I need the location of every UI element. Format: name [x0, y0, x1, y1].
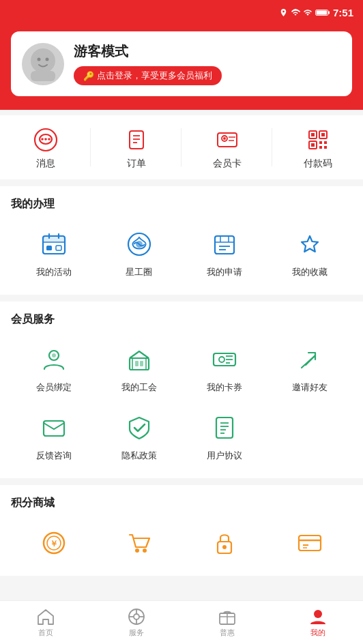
my-business-title: 我的办理: [11, 197, 352, 211]
invite-icon: [296, 346, 323, 373]
quick-menu: 消息 订单 会员卡: [0, 110, 363, 179]
lock-icon: [211, 529, 238, 557]
nav-benefits-label: 普惠: [220, 628, 235, 638]
mine-nav-icon: [309, 608, 327, 626]
my-apply-item[interactable]: 我的申请: [182, 222, 267, 284]
profile-card: 游客模式 🔑 点击登录，享受更多会员福利: [11, 31, 352, 96]
member-services-title: 会员服务: [11, 312, 352, 327]
nav-service[interactable]: 服务: [91, 601, 182, 644]
svg-point-79: [134, 614, 139, 619]
svg-rect-74: [299, 536, 321, 551]
points-mall-title: 积分商城: [11, 496, 352, 510]
privacy-label: 隐私政策: [121, 450, 157, 462]
service-nav-icon: [128, 608, 145, 626]
member-services-grid: 会员绑定 我的工会: [11, 338, 352, 467]
quick-label-order: 订单: [127, 158, 146, 170]
my-business-grid: 我的活动 星工圈: [11, 222, 352, 284]
coupon-label: 我的卡券: [207, 381, 242, 394]
card2-icon: [296, 529, 323, 557]
nav-home[interactable]: 首页: [0, 601, 91, 644]
coin-icon: ￥: [40, 529, 68, 557]
svg-rect-26: [311, 143, 315, 147]
svg-rect-32: [43, 236, 65, 242]
svg-rect-12: [130, 131, 143, 149]
points-mall-grid: ￥: [11, 521, 352, 565]
svg-point-71: [143, 548, 147, 553]
svg-rect-6: [31, 71, 55, 81]
my-activity-item[interactable]: 我的活动: [11, 222, 96, 284]
avatar: [22, 43, 64, 85]
feedback-item[interactable]: 反馈咨询: [11, 406, 96, 467]
svg-rect-40: [215, 236, 234, 254]
quick-item-pay-code[interactable]: 付款码: [272, 115, 363, 179]
apply-icon: [211, 231, 238, 258]
agreement-label: 用户协议: [207, 450, 242, 462]
privacy-icon: [126, 414, 153, 441]
signal-icon: [303, 8, 313, 17]
pay-code-icon: [306, 128, 330, 152]
privacy-item[interactable]: 隐私政策: [96, 406, 182, 467]
svg-point-73: [222, 545, 227, 549]
quick-label-member-card: 会员卡: [213, 158, 242, 170]
login-key-icon: 🔑: [83, 71, 94, 81]
svg-point-10: [44, 138, 47, 141]
svg-point-11: [48, 138, 50, 141]
svg-point-70: [135, 548, 139, 553]
svg-rect-30: [324, 146, 327, 149]
profile-info: 游客模式 🔑 点击登录，享受更多会员福利: [74, 42, 222, 85]
nav-home-label: 首页: [38, 628, 53, 638]
order-icon: [124, 128, 149, 152]
lock-item[interactable]: [182, 521, 267, 565]
login-text: 点击登录，享受更多会员福利: [97, 70, 212, 82]
card2-item[interactable]: [267, 521, 352, 565]
message-icon: [33, 128, 58, 152]
union-label: 我的工会: [121, 381, 157, 394]
member-bind-item[interactable]: 会员绑定: [11, 338, 96, 399]
my-collect-item[interactable]: 我的收藏: [267, 222, 352, 284]
collect-label: 我的收藏: [292, 266, 328, 278]
quick-item-message[interactable]: 消息: [0, 115, 91, 179]
my-coupon-item[interactable]: 我的卡券: [182, 338, 267, 399]
home-nav-icon: [37, 608, 55, 626]
quick-item-order[interactable]: 订单: [91, 115, 182, 179]
cart-item[interactable]: [96, 521, 182, 565]
login-button[interactable]: 🔑 点击登录，享受更多会员福利: [74, 66, 222, 85]
profile-name: 游客模式: [74, 42, 222, 61]
benefits-nav-icon: [218, 608, 236, 626]
svg-point-5: [46, 57, 49, 61]
agreement-item[interactable]: 用户协议: [182, 406, 267, 467]
nav-benefits[interactable]: 普惠: [182, 601, 272, 644]
my-union-item[interactable]: 我的工会: [96, 338, 182, 399]
svg-rect-36: [46, 246, 52, 250]
svg-point-48: [52, 353, 56, 357]
activity-label: 我的活动: [36, 266, 72, 278]
svg-rect-2: [317, 10, 328, 14]
nav-mine[interactable]: 我的: [272, 601, 363, 644]
member-bind-label: 会员绑定: [36, 381, 72, 394]
battery-icon: [315, 8, 330, 17]
svg-rect-62: [216, 418, 233, 438]
svg-rect-51: [140, 361, 143, 366]
svg-rect-24: [321, 133, 325, 136]
status-bar: 7:51: [0, 0, 363, 25]
points-item[interactable]: ￥: [11, 521, 96, 565]
wifi-icon: [291, 8, 300, 17]
svg-point-18: [223, 137, 226, 140]
invite-item[interactable]: 邀请好友: [267, 338, 352, 399]
star-circle-item[interactable]: 星工圈: [96, 222, 182, 284]
svg-line-60: [306, 355, 315, 365]
my-business-section: 我的办理 我的活动: [0, 186, 363, 295]
nav-service-label: 服务: [129, 628, 144, 638]
status-time: 7:51: [333, 7, 353, 18]
guest-avatar-icon: [26, 47, 60, 81]
svg-point-9: [41, 138, 44, 141]
status-icons: 7:51: [279, 7, 353, 18]
svg-rect-27: [319, 141, 322, 144]
quick-item-member-card[interactable]: 会员卡: [182, 115, 272, 179]
cart-icon: [126, 529, 153, 557]
points-mall-section: 积分商城 ￥: [0, 485, 363, 576]
apply-label: 我的申请: [207, 266, 242, 278]
member-services-section: 会员服务 会员绑定: [0, 302, 363, 478]
coupon-icon: [211, 346, 238, 373]
feedback-label: 反馈咨询: [36, 450, 72, 462]
